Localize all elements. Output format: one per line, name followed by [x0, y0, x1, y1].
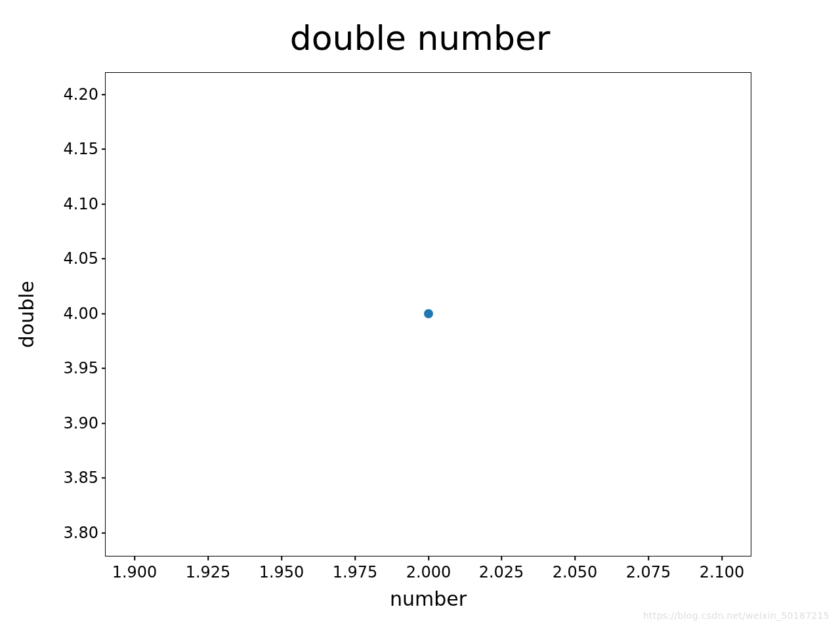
x-tick-mark — [648, 556, 649, 560]
x-tick-label: 1.925 — [186, 563, 231, 581]
x-tick-mark — [721, 556, 723, 560]
x-tick-mark — [207, 556, 209, 560]
y-tick-label: 3.95 — [64, 359, 98, 377]
x-tick-label: 2.025 — [479, 563, 524, 581]
y-axis-label: double — [15, 281, 38, 348]
y-tick-mark — [102, 258, 106, 259]
x-tick-mark — [354, 556, 356, 560]
y-tick-mark — [102, 313, 106, 314]
chart-figure: double number 3.80 3.85 3.90 3.95 4.00 4… — [0, 0, 840, 630]
y-tick-label: 4.15 — [64, 140, 98, 158]
x-tick-mark — [501, 556, 502, 560]
x-tick-mark — [134, 556, 135, 560]
y-tick-mark — [102, 532, 106, 534]
y-tick-mark — [102, 203, 106, 205]
x-axis-label: number — [105, 587, 751, 610]
y-tick-label: 4.05 — [64, 249, 98, 268]
x-tick-label: 1.975 — [333, 563, 378, 581]
x-tick-mark — [428, 556, 429, 560]
x-tick-label: 2.075 — [626, 563, 671, 581]
y-tick-label: 3.85 — [64, 469, 98, 487]
y-tick-label: 3.90 — [64, 414, 98, 432]
y-tick-label: 3.80 — [64, 524, 98, 542]
x-tick-mark — [574, 556, 576, 560]
y-tick-label: 4.00 — [64, 304, 98, 323]
x-tick-label: 2.000 — [406, 563, 452, 581]
y-tick-mark — [102, 148, 106, 150]
chart-title: double number — [0, 18, 840, 58]
x-tick-label: 1.900 — [112, 563, 158, 581]
x-tick-label: 1.950 — [259, 563, 304, 581]
y-tick-mark — [102, 477, 106, 478]
y-tick-mark — [102, 368, 106, 369]
x-tick-label: 2.100 — [700, 563, 745, 581]
x-tick-label: 2.050 — [553, 563, 598, 581]
x-tick-mark — [281, 556, 282, 560]
y-tick-label: 4.20 — [64, 85, 98, 104]
y-tick-mark — [102, 423, 106, 424]
y-tick-mark — [102, 94, 106, 95]
watermark-text: https://blog.csdn.net/weixin_50187215 — [643, 610, 830, 621]
y-tick-label: 4.10 — [64, 195, 98, 213]
scatter-point — [424, 309, 433, 318]
